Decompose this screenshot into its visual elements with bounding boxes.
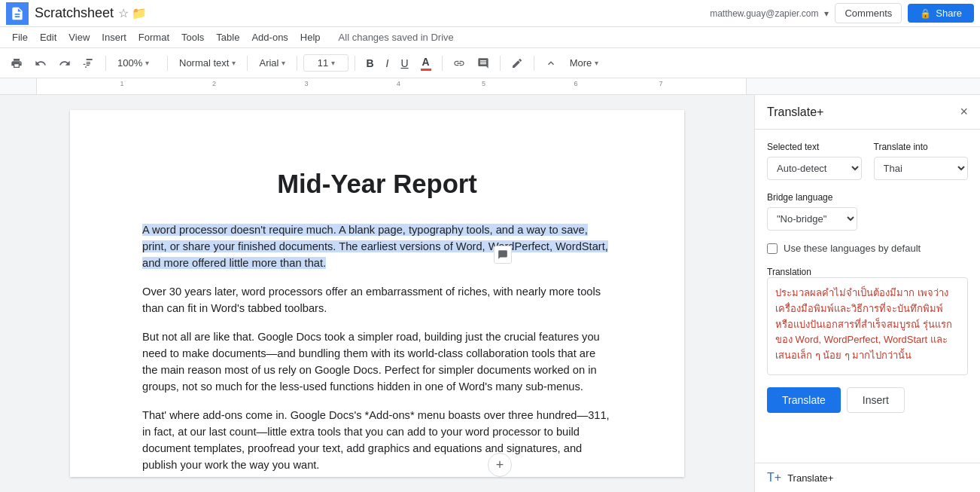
use-default-checkbox[interactable] bbox=[767, 243, 778, 254]
paint-format-button[interactable] bbox=[78, 54, 99, 72]
separator-5 bbox=[355, 56, 355, 71]
zoom-dropdown-arrow: ▾ bbox=[145, 59, 149, 67]
zoom-dropdown[interactable]: 100% ▾ bbox=[112, 54, 161, 72]
document-page[interactable]: Mid-Year Report A word processor doesn't… bbox=[70, 110, 684, 477]
translation-text: ประมวลผลคำไม่จำเป็นต้องมีมาก เพจว่างเครื… bbox=[775, 287, 952, 361]
separator-1 bbox=[105, 56, 106, 71]
font-color-a: A bbox=[422, 56, 430, 68]
comments-button[interactable]: Comments bbox=[835, 3, 902, 23]
menu-help[interactable]: Help bbox=[294, 30, 327, 44]
menu-edit[interactable]: Edit bbox=[34, 30, 62, 44]
document-area: Mid-Year Report A word processor doesn't… bbox=[0, 95, 754, 492]
autosave-message: All changes saved in Drive bbox=[339, 32, 454, 43]
more-dropdown-arrow: ▾ bbox=[595, 59, 598, 67]
main-layout: Mid-Year Report A word processor doesn't… bbox=[0, 95, 980, 492]
undo-button[interactable] bbox=[30, 54, 51, 72]
paragraph-3: But not all are like that. Google Docs t… bbox=[142, 329, 612, 395]
ruler-inner: 1 2 3 4 5 6 7 bbox=[36, 78, 747, 94]
ruler-label-1: 1 bbox=[120, 80, 124, 87]
font-size-dropdown-arrow: ▾ bbox=[331, 59, 335, 67]
separator-8 bbox=[534, 56, 534, 71]
comment-inline-button[interactable] bbox=[473, 54, 494, 72]
translate-button[interactable]: Translate bbox=[767, 387, 841, 413]
more-label: More bbox=[570, 57, 592, 69]
menu-table[interactable]: Table bbox=[210, 30, 245, 44]
paragraph-2: Over 30 years later, word processors off… bbox=[142, 283, 612, 316]
doc-title: Scratchsheet bbox=[35, 5, 114, 21]
share-label: Share bbox=[936, 8, 962, 19]
menu-tools[interactable]: Tools bbox=[175, 30, 210, 44]
insert-button[interactable]: Insert bbox=[847, 387, 905, 413]
panel-buttons: Translate Insert bbox=[767, 387, 968, 419]
separator-7 bbox=[500, 56, 501, 71]
panel-close-button[interactable]: × bbox=[960, 104, 968, 120]
use-default-row: Use these languages by default bbox=[767, 243, 968, 254]
star-icon[interactable]: ☆ bbox=[118, 6, 129, 20]
zoom-value: 100% bbox=[117, 57, 142, 69]
redo-button[interactable] bbox=[54, 54, 75, 72]
style-dropdown[interactable]: Normal text ▾ bbox=[174, 54, 241, 72]
translate-panel: Translate+ × Selected text Auto-detect T… bbox=[754, 95, 980, 492]
translate-plus-icon: T+ bbox=[767, 471, 781, 484]
font-size-dropdown[interactable]: 11 ▾ bbox=[303, 54, 348, 72]
user-dropdown-arrow[interactable]: ▾ bbox=[824, 8, 829, 19]
user-email: matthew.guay@zapier.com bbox=[710, 8, 818, 19]
font-color-container: A bbox=[421, 56, 431, 71]
menu-file[interactable]: File bbox=[6, 30, 34, 44]
print-button[interactable] bbox=[6, 54, 27, 72]
menu-view[interactable]: View bbox=[62, 30, 96, 44]
translation-output: ประมวลผลคำไม่จำเป็นต้องมีมาก เพจว่างเครื… bbox=[767, 277, 968, 375]
paragraph-4: That' where add-ons come in. Google Docs… bbox=[142, 407, 612, 473]
italic-button[interactable]: I bbox=[382, 54, 394, 72]
ruler-label-6: 6 bbox=[574, 80, 577, 87]
footer-text: Translate+ bbox=[787, 472, 833, 484]
panel-footer: T+ Translate+ bbox=[755, 463, 980, 492]
link-button[interactable] bbox=[449, 54, 470, 72]
top-bar: Scratchsheet ☆ 📁 matthew.guay@zapier.com… bbox=[0, 0, 980, 27]
bridge-language-select[interactable]: "No-bridge" bbox=[767, 207, 857, 231]
add-button-area: + bbox=[488, 453, 512, 477]
selected-text-col: Selected text Auto-detect bbox=[767, 142, 862, 180]
ruler-label-4: 4 bbox=[397, 80, 400, 87]
font-color-bar bbox=[421, 69, 431, 71]
add-page-button[interactable]: + bbox=[488, 453, 512, 477]
translation-section: Translation ประมวลผลคำไม่จำเป็นต้องมีมาก… bbox=[767, 266, 968, 375]
menu-addons[interactable]: Add-ons bbox=[245, 30, 294, 44]
style-dropdown-arrow: ▾ bbox=[232, 59, 236, 67]
font-dropdown-arrow: ▾ bbox=[282, 59, 285, 67]
target-language-select[interactable]: Thai bbox=[874, 157, 969, 180]
share-button[interactable]: 🔒 Share bbox=[908, 4, 974, 23]
separator-3 bbox=[247, 56, 248, 71]
selected-text-label: Selected text bbox=[767, 142, 862, 152]
translate-into-col: Translate into Thai bbox=[874, 142, 969, 180]
font-dropdown[interactable]: Arial ▾ bbox=[254, 54, 291, 72]
font-value: Arial bbox=[259, 57, 278, 69]
translate-into-label: Translate into bbox=[874, 142, 969, 152]
menu-bar: File Edit View Insert Format Tools Table… bbox=[0, 27, 980, 48]
language-row: Selected text Auto-detect Translate into… bbox=[767, 142, 968, 180]
ruler-label-3: 3 bbox=[304, 80, 308, 87]
paragraph-1: A word processor doesn't require much. A… bbox=[142, 222, 612, 271]
collapse-button[interactable] bbox=[540, 54, 562, 72]
pen-button[interactable] bbox=[507, 54, 528, 72]
underline-button[interactable]: U bbox=[397, 54, 413, 72]
source-language-select[interactable]: Auto-detect bbox=[767, 157, 862, 180]
toolbar: 100% ▾ Normal text ▾ Arial ▾ 11 ▾ B I U … bbox=[0, 48, 980, 78]
ruler: 1 2 3 4 5 6 7 bbox=[0, 78, 980, 95]
menu-insert[interactable]: Insert bbox=[96, 30, 132, 44]
use-default-label: Use these languages by default bbox=[784, 243, 921, 254]
more-dropdown[interactable]: More ▾ bbox=[565, 54, 604, 72]
lock-icon: 🔒 bbox=[920, 8, 931, 19]
selected-text-1: A word processor doesn't require much. A… bbox=[142, 224, 608, 269]
ruler-label-2: 2 bbox=[212, 80, 216, 87]
app-icon bbox=[6, 2, 29, 25]
panel-title: Translate+ bbox=[767, 105, 823, 119]
bridge-section: Bridge language "No-bridge" bbox=[767, 192, 968, 231]
menu-format[interactable]: Format bbox=[132, 30, 175, 44]
ruler-label-5: 5 bbox=[482, 80, 485, 87]
folder-icon[interactable]: 📁 bbox=[132, 6, 147, 20]
scroll-comment-icon[interactable] bbox=[494, 246, 512, 264]
font-color-button[interactable]: A bbox=[416, 53, 436, 74]
bold-button[interactable]: B bbox=[361, 54, 378, 72]
style-value: Normal text bbox=[179, 57, 229, 69]
